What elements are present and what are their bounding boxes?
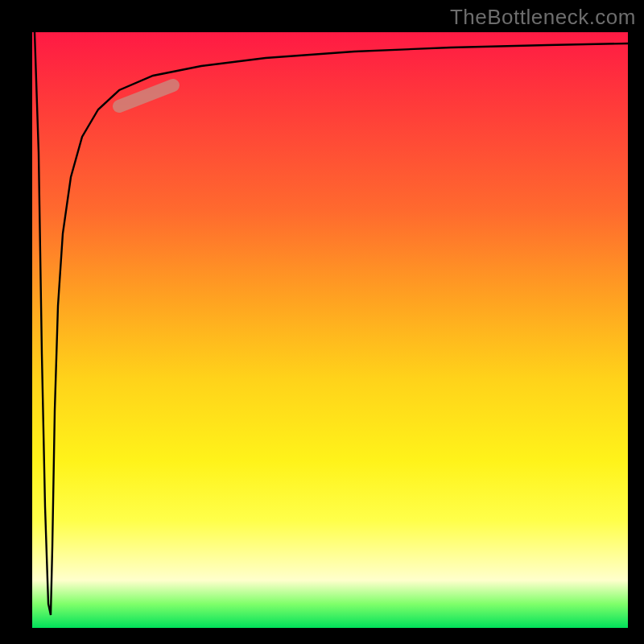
watermark-text: TheBottleneck.com — [450, 5, 636, 30]
highlight-segment — [119, 85, 173, 106]
plot-area — [32, 32, 628, 628]
curve-svg — [32, 32, 628, 628]
chart-frame: TheBottleneck.com — [0, 0, 644, 644]
bottleneck-curve — [35, 32, 628, 615]
